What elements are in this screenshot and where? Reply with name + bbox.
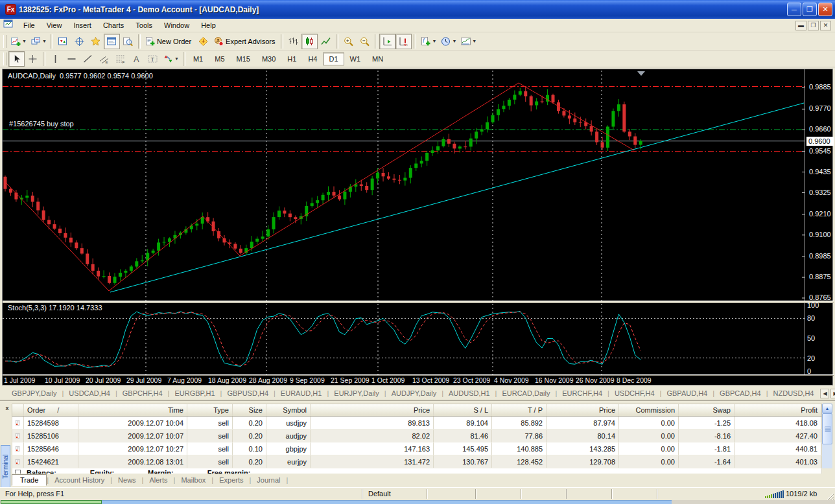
timeframe-m30-button[interactable]: M30	[256, 52, 281, 65]
pane-divider[interactable]	[3, 374, 834, 376]
dropdown-caret-icon[interactable]: ▼	[42, 39, 47, 43]
new-order-button[interactable]: New Order	[143, 34, 195, 49]
timeframe-m1-button[interactable]: M1	[187, 52, 209, 65]
column-header-t-p[interactable]: T / P	[492, 404, 547, 416]
chart-tab-gbpjpy[interactable]: GBPJPY,Daily	[6, 388, 62, 398]
crosshair-tool-button[interactable]	[25, 51, 41, 67]
dropdown-caret-icon[interactable]: ▼	[22, 39, 27, 43]
periods-button[interactable]: ▼	[438, 34, 458, 49]
terminal-tab-journal[interactable]: Journal	[251, 475, 286, 485]
menu-view[interactable]: View	[41, 19, 68, 31]
chart-area[interactable]: AUDCAD,Daily 0.9577 0.9602 0.9574 0.9600…	[2, 69, 833, 385]
chart-tab-usdcad[interactable]: USDCAD,H4	[64, 388, 115, 398]
column-header-price[interactable]: Price	[547, 404, 619, 416]
scrollbar-thumb[interactable]	[822, 413, 832, 444]
chart-tab-eurchf[interactable]: EURCHF,H4	[557, 388, 607, 398]
timeframe-m5-button[interactable]: M5	[209, 52, 230, 65]
profiles-button[interactable]: ▼	[29, 34, 49, 49]
mdi-minimize-button[interactable]: ▬	[795, 21, 806, 30]
toolbar-grip[interactable]	[3, 52, 6, 65]
timeframe-m15-button[interactable]: M15	[231, 52, 256, 65]
chart-tab-gbpusd[interactable]: GBPUSD,H4	[222, 388, 274, 398]
column-header-swap[interactable]: Swap	[679, 404, 735, 416]
chart-tab-nzdusd[interactable]: NZDUSD,H4	[768, 388, 819, 398]
menu-tools[interactable]: Tools	[130, 19, 158, 31]
bar-chart-button[interactable]	[285, 34, 301, 49]
timeframe-mn-button[interactable]: MN	[366, 52, 389, 65]
navigator-button[interactable]	[88, 34, 104, 49]
trend-line-button[interactable]	[80, 51, 96, 67]
column-header-type[interactable]: Type	[187, 404, 233, 416]
order-row[interactable]: 152845982009.12.07 10:04sell0.20usdjpy89…	[12, 417, 822, 430]
dropdown-caret-icon[interactable]: ▼	[432, 39, 436, 43]
terminal-tab-alerts[interactable]: Alerts	[143, 475, 173, 485]
chart-tab-gbpchf[interactable]: GBPCHF,H4	[117, 388, 168, 398]
equidistant-channel-button[interactable]: E	[96, 51, 112, 67]
indicators-button[interactable]: f▼	[418, 34, 438, 49]
timeframe-d1-button[interactable]: D1	[323, 52, 344, 65]
column-header-s-l[interactable]: S / L	[434, 404, 492, 416]
toolbar-grip[interactable]	[3, 35, 6, 48]
timeframe-h4-button[interactable]: H4	[302, 52, 323, 65]
templates-button[interactable]: ▼	[458, 34, 478, 49]
column-header-time[interactable]: Time	[78, 404, 187, 416]
chart-shift-button[interactable]	[395, 34, 412, 49]
metaeditor-button[interactable]	[195, 34, 211, 49]
order-row[interactable]: 152856462009.12.07 10:27sell0.10gbpjpy14…	[12, 442, 822, 455]
mdi-close-button[interactable]: ✕	[820, 21, 831, 30]
column-header-commission[interactable]: Commission	[619, 404, 679, 416]
terminal-button[interactable]	[104, 34, 120, 49]
chart-tab-euraud[interactable]: EURAUD,H1	[276, 388, 327, 398]
timeframe-w1-button[interactable]: W1	[344, 52, 367, 65]
terminal-tab-trade[interactable]: Trade	[12, 474, 47, 486]
chart-tab-gbpaud[interactable]: GBPAUD,H4	[661, 388, 712, 398]
terminal-tab-experts[interactable]: Experts	[213, 475, 249, 485]
line-chart-button[interactable]	[318, 34, 334, 49]
column-header-size[interactable]: Size	[233, 404, 266, 416]
terminal-side-tab[interactable]: Terminal	[1, 445, 10, 488]
menu-window[interactable]: Window	[158, 19, 195, 31]
zoom-out-button[interactable]	[357, 34, 373, 49]
chart-tab-eurgbp[interactable]: EURGBP,H1	[169, 388, 220, 398]
column-header-icon[interactable]	[12, 404, 24, 416]
tabs-scroll-right-button[interactable]: ▶	[830, 389, 835, 398]
menu-help[interactable]: Help	[195, 19, 222, 31]
chart-tab-eurcad[interactable]: EURCAD,Daily	[497, 388, 555, 398]
timeframe-h1-button[interactable]: H1	[281, 52, 302, 65]
pane-divider[interactable]	[3, 301, 834, 303]
candlestick-chart-button[interactable]	[301, 34, 318, 49]
chart-tab-gbpcad[interactable]: GBPCAD,H4	[714, 388, 766, 398]
terminal-tab-account-history[interactable]: Account History	[49, 475, 110, 485]
fibonacci-button[interactable]: F	[112, 51, 128, 67]
column-header-profit[interactable]: Profit	[735, 404, 821, 416]
column-header-price[interactable]: Price	[311, 404, 434, 416]
tabs-scroll-left-button[interactable]: ◀	[820, 389, 829, 398]
status-profile[interactable]: Default	[368, 490, 391, 498]
mdi-restore-button[interactable]: ❐	[808, 21, 819, 30]
restore-button[interactable]: ❐	[803, 3, 817, 16]
cursor-button[interactable]	[8, 51, 25, 67]
candlestick-chart[interactable]	[3, 69, 834, 376]
arrows-button[interactable]: ▼	[161, 51, 181, 67]
chart-tab-eurjpy[interactable]: EURJPY,Daily	[329, 388, 384, 398]
horizontal-line-button[interactable]	[64, 51, 80, 67]
close-button[interactable]: ✕	[818, 3, 832, 16]
menu-charts[interactable]: Charts	[97, 19, 130, 31]
terminal-close-icon[interactable]: x	[3, 404, 11, 412]
expert-advisors-button[interactable]: Expert Advisors	[211, 34, 279, 49]
scrollbar[interactable]: ▲	[822, 404, 832, 468]
chart-tab-usdchf[interactable]: USDCHF,H4	[609, 388, 660, 398]
column-header-order[interactable]: Order/	[24, 404, 78, 416]
menu-insert[interactable]: Insert	[67, 19, 97, 31]
column-header-symbol[interactable]: Symbol	[266, 404, 311, 416]
auto-scroll-button[interactable]	[379, 34, 395, 49]
scroll-up-icon[interactable]: ▲	[822, 404, 832, 413]
vertical-line-button[interactable]	[47, 51, 64, 67]
zoom-in-button[interactable]	[340, 34, 357, 49]
order-row[interactable]: 152851062009.12.07 10:07sell0.20audjpy82…	[12, 430, 822, 442]
chart-tab-audjpy[interactable]: AUDJPY,Daily	[386, 388, 442, 398]
minimize-button[interactable]: ─	[787, 3, 801, 16]
strategy-tester-button[interactable]	[120, 34, 136, 49]
market-watch-button[interactable]	[55, 34, 71, 49]
terminal-tab-mailbox[interactable]: Mailbox	[175, 475, 211, 485]
